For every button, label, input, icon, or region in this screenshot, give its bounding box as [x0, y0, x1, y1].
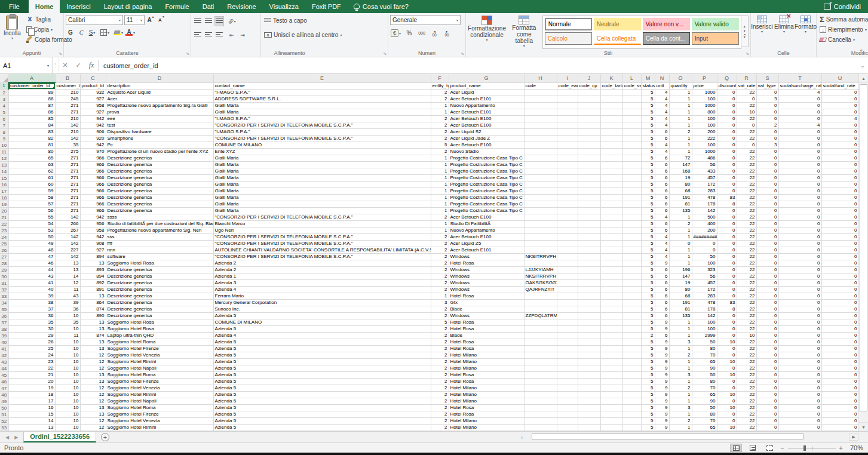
cell[interactable] [557, 195, 578, 201]
cell[interactable]: Acer Liquid Z5 [449, 241, 524, 247]
cell[interactable]: 1 [431, 208, 449, 214]
cell[interactable]: 5 [641, 287, 655, 293]
column-header-D[interactable]: D [106, 74, 213, 82]
cell[interactable]: 0 [717, 234, 737, 241]
cell[interactable]: 0 [756, 201, 778, 208]
cell[interactable]: 970 [80, 149, 106, 155]
cell[interactable]: "CONSORZIO PER I SERVIZI DI TELEFONIA MO… [213, 254, 431, 260]
cell[interactable]: 22 [737, 149, 756, 155]
cell[interactable] [600, 96, 622, 103]
cell[interactable]: 1 [669, 359, 692, 365]
row-number[interactable]: 22 [0, 221, 8, 228]
cell[interactable]: 39 [55, 300, 80, 306]
cell[interactable]: 2 [431, 116, 449, 122]
cell[interactable] [622, 385, 641, 392]
cell[interactable]: 478 [692, 195, 717, 201]
cell[interactable] [578, 96, 600, 103]
cell[interactable]: 0 [821, 339, 858, 346]
cell[interactable] [622, 326, 641, 333]
horizontal-scrollbar[interactable] [528, 433, 848, 441]
sheet-next-icon[interactable]: ▶ [14, 435, 18, 440]
cell[interactable] [578, 405, 600, 411]
cell[interactable]: 0 [821, 241, 858, 247]
cell[interactable]: 2 [431, 326, 449, 333]
cell[interactable]: 61 [8, 175, 55, 182]
cell[interactable]: 0 [778, 339, 821, 346]
row-number[interactable]: 10 [0, 142, 8, 149]
cell[interactable]: 135 [669, 313, 692, 319]
cell[interactable]: 22 [737, 359, 756, 365]
cell[interactable]: 13 [80, 405, 106, 411]
row-number[interactable]: 5 [0, 109, 8, 116]
cell[interactable]: 5 [641, 398, 655, 405]
cell[interactable]: 5 [641, 208, 655, 214]
cell[interactable]: 5 [641, 319, 655, 326]
cell[interactable]: 0 [778, 418, 821, 425]
cell[interactable]: 1 [669, 326, 692, 333]
cell[interactable]: 12 [80, 365, 106, 372]
cell[interactable] [600, 273, 622, 280]
decrease-indent-button[interactable]: ⇤ [227, 30, 237, 40]
cell[interactable] [578, 241, 600, 247]
cell[interactable]: 70 [692, 385, 717, 392]
cell[interactable]: Gialli Maria [213, 201, 431, 208]
cell[interactable]: 0 [778, 162, 821, 168]
cell[interactable]: "I-MAGO S.P.A." [213, 90, 431, 96]
cell[interactable]: 0 [756, 326, 778, 333]
cell[interactable] [557, 254, 578, 260]
row-number[interactable]: 6 [0, 116, 8, 122]
cell[interactable]: 5 [641, 122, 655, 129]
cell[interactable]: code [524, 82, 557, 90]
cell[interactable] [622, 175, 641, 182]
cell[interactable]: 0 [821, 254, 858, 260]
cell[interactable]: 0 [778, 208, 821, 214]
cell[interactable]: 9 [655, 398, 669, 405]
cell[interactable] [524, 195, 557, 201]
cell[interactable]: 283 [692, 293, 717, 300]
cell[interactable]: 0 [756, 129, 778, 136]
cell[interactable]: 10 [55, 385, 80, 392]
cell[interactable]: 0 [717, 293, 737, 300]
row-number[interactable]: 16 [0, 182, 8, 188]
cell[interactable]: 2 [431, 359, 449, 365]
cell[interactable]: 0 [756, 280, 778, 287]
cell[interactable]: vat_rate [737, 82, 756, 90]
cell[interactable]: 100 [692, 326, 717, 333]
cell[interactable]: 56 [692, 273, 717, 280]
cell[interactable]: 88 [8, 96, 55, 103]
cell[interactable]: Azienda 5 [213, 379, 431, 385]
cell[interactable] [622, 313, 641, 319]
cell[interactable]: 12 [80, 425, 106, 431]
cell[interactable]: 21 [8, 372, 55, 379]
cell[interactable]: 0 [821, 385, 858, 392]
cell[interactable]: "CONSORZIO PER I SERVIZI DI TELEFONIA MO… [213, 234, 431, 241]
cell[interactable]: ADDRESS SOFTWARE S.R.L. [213, 96, 431, 103]
cell[interactable]: 1 [669, 96, 692, 103]
cell[interactable] [600, 339, 622, 346]
zoom-level[interactable]: 70% [848, 444, 863, 451]
cell[interactable]: 0 [756, 398, 778, 405]
cell[interactable]: Progetto Costruzione Casa Tipo C [449, 175, 524, 182]
cell[interactable]: Gialli Maria [213, 182, 431, 188]
cell[interactable] [600, 129, 622, 136]
cell[interactable]: 58 [8, 195, 55, 201]
cell[interactable]: 1 [431, 228, 449, 234]
cell[interactable]: 0 [778, 326, 821, 333]
cell[interactable]: 65 [692, 359, 717, 365]
cell[interactable] [557, 188, 578, 195]
cell[interactable] [622, 129, 641, 136]
cell[interactable]: 0 [717, 365, 737, 372]
cell[interactable]: "CONSORZIO PER I SERVIZI DI TELEFONIA MO… [213, 214, 431, 221]
cell[interactable]: 0 [756, 300, 778, 306]
cell[interactable]: 70 [692, 418, 717, 425]
cell[interactable] [622, 333, 641, 339]
cell[interactable]: 10 [717, 339, 737, 346]
insert-function-button[interactable]: fx [85, 57, 98, 73]
cell[interactable]: 6 [655, 287, 669, 293]
cell[interactable]: 0 [778, 306, 821, 313]
cell[interactable] [622, 287, 641, 293]
cell[interactable]: 478 [692, 300, 717, 306]
cell[interactable]: 927 [80, 96, 106, 103]
cell[interactable]: 22 [737, 254, 756, 260]
cell[interactable]: 22 [737, 411, 756, 418]
